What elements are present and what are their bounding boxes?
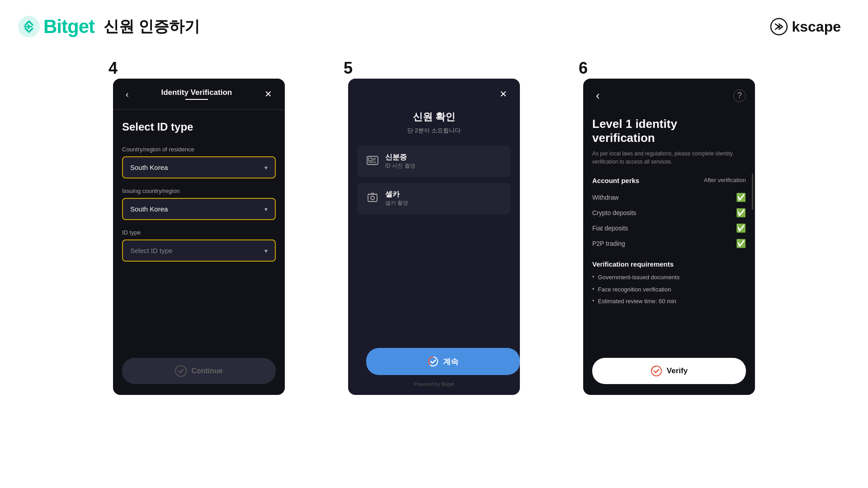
panel5-main-title: 신원 확인 bbox=[357, 110, 511, 124]
perks-section: Account perks After verification Withdra… bbox=[592, 177, 746, 251]
continue-label-5: 계속 bbox=[443, 357, 458, 367]
after-verification-label: After verification bbox=[704, 177, 746, 184]
panel4-body-title: Select ID type bbox=[122, 121, 276, 133]
panel4-container: 4 ‹ Identity Verification ✕ Select ID ty… bbox=[113, 59, 285, 395]
level-description: As per local laws and regulations, pleas… bbox=[592, 150, 746, 166]
country-label: Country/region of residence bbox=[122, 146, 276, 153]
option1-text: 신분증 ID 사진 촬영 bbox=[385, 153, 415, 170]
bitget-logo: Bitget bbox=[18, 16, 94, 38]
panel4-title: Identity Verification bbox=[132, 88, 261, 97]
panel-6: ‹ ? Level 1 identity verification As per… bbox=[583, 79, 755, 395]
svg-point-3 bbox=[175, 366, 186, 376]
verify-button[interactable]: Verify bbox=[592, 358, 746, 384]
continue-button-4[interactable]: Continue bbox=[122, 358, 276, 384]
back-button-4[interactable]: ‹ bbox=[122, 87, 132, 101]
perks-header: Account perks After verification bbox=[592, 177, 746, 184]
idtype-select[interactable]: Select ID type ▾ bbox=[122, 239, 276, 262]
continue-button-5[interactable]: 계속 bbox=[366, 348, 520, 375]
req-text-0: Government-issued documents bbox=[598, 273, 680, 282]
header-subtitle: 신원 인증하기 bbox=[104, 16, 200, 37]
panel6-header: ‹ ? bbox=[583, 79, 755, 113]
panel6-container: 6 ‹ ? Level 1 identity verification As p… bbox=[583, 59, 755, 395]
perk-crypto: Crypto deposits ✅ bbox=[592, 205, 746, 221]
idtype-label: ID type bbox=[122, 229, 276, 236]
verify-check-icon bbox=[651, 365, 662, 377]
panel5-container: 5 ✕ 신원 확인 단 2분이 소요됩니다 bbox=[348, 59, 520, 395]
scroll-indicator bbox=[752, 174, 753, 210]
kscape-logo: kscape bbox=[770, 18, 841, 36]
req-text-2: Estimated review time: 60 min bbox=[598, 297, 676, 305]
option2-text: 셀카 셀카 촬영 bbox=[385, 190, 408, 207]
req-item-1: • Face recognition verification bbox=[592, 286, 746, 294]
id-card-icon bbox=[366, 156, 379, 167]
back-button-6[interactable]: ‹ bbox=[592, 87, 604, 104]
issuing-label: Issuing country/region bbox=[122, 188, 276, 194]
svg-rect-5 bbox=[368, 158, 372, 161]
option-id-card[interactable]: 신분증 ID 사진 촬영 bbox=[357, 145, 511, 177]
requirements-section: Verification requirements • Government-i… bbox=[592, 260, 746, 305]
option1-subtitle: ID 사진 촬영 bbox=[385, 162, 415, 170]
continue-check-icon bbox=[175, 365, 187, 377]
country-chevron-icon: ▾ bbox=[264, 164, 268, 171]
bitget-icon bbox=[18, 16, 40, 38]
issuing-form-group: Issuing country/region South Korea ▾ bbox=[122, 188, 276, 220]
step-5-number: 5 bbox=[344, 59, 353, 78]
country-value: South Korea bbox=[130, 164, 168, 171]
continue-label-4: Continue bbox=[191, 367, 222, 375]
issuing-chevron-icon: ▾ bbox=[264, 206, 268, 213]
idtype-form-group: ID type Select ID type ▾ bbox=[122, 229, 276, 262]
help-button-6[interactable]: ? bbox=[733, 89, 746, 102]
option2-subtitle: 셀카 촬영 bbox=[385, 199, 408, 207]
perk-p2p-check: ✅ bbox=[736, 239, 746, 249]
perk-withdraw-check: ✅ bbox=[736, 192, 746, 202]
req-text-1: Face recognition verification bbox=[598, 286, 671, 294]
verify-label: Verify bbox=[667, 366, 688, 375]
svg-rect-9 bbox=[368, 194, 377, 202]
step-6-number: 6 bbox=[579, 59, 588, 78]
idtype-placeholder: Select ID type bbox=[130, 247, 172, 254]
option1-title: 신분증 bbox=[385, 153, 415, 162]
idtype-chevron-icon: ▾ bbox=[264, 247, 268, 254]
issuing-select[interactable]: South Korea ▾ bbox=[122, 198, 276, 220]
perk-p2p-name: P2P trading bbox=[592, 240, 625, 247]
req-item-0: • Government-issued documents bbox=[592, 273, 746, 282]
option-selfie-card[interactable]: 셀카 셀카 촬영 bbox=[357, 183, 511, 214]
perk-crypto-check: ✅ bbox=[736, 208, 746, 218]
perk-withdraw-name: Withdraw bbox=[592, 194, 618, 201]
step-4-number: 4 bbox=[108, 59, 118, 78]
country-form-group: Country/region of residence South Korea … bbox=[122, 146, 276, 178]
close-button-5[interactable]: ✕ bbox=[496, 87, 511, 101]
main-content: 4 ‹ Identity Verification ✕ Select ID ty… bbox=[0, 59, 868, 395]
bitget-brand-text: Bitget bbox=[43, 16, 94, 38]
level-title: Level 1 identity verification bbox=[592, 117, 746, 145]
svg-point-2 bbox=[778, 25, 780, 28]
continue-check-icon-5 bbox=[428, 356, 439, 367]
issuing-value: South Korea bbox=[130, 205, 168, 213]
panel5-title-area: 신원 확인 bbox=[348, 106, 520, 127]
panel4-body: Select ID type Country/region of residen… bbox=[113, 110, 285, 282]
perk-p2p: P2P trading ✅ bbox=[592, 236, 746, 251]
country-select[interactable]: South Korea ▾ bbox=[122, 156, 276, 178]
panel5-header: ✕ bbox=[348, 79, 520, 106]
req-bullet-1: • bbox=[592, 286, 594, 292]
perk-withdraw: Withdraw ✅ bbox=[592, 190, 746, 205]
panel4-header: ‹ Identity Verification ✕ bbox=[113, 79, 285, 110]
perk-fiat-check: ✅ bbox=[736, 223, 746, 233]
panel-5: ✕ 신원 확인 단 2분이 소요됩니다 bbox=[348, 79, 520, 395]
close-button-4[interactable]: ✕ bbox=[261, 87, 276, 101]
svg-point-10 bbox=[371, 196, 374, 200]
perks-title: Account perks bbox=[592, 177, 639, 184]
panel-4: ‹ Identity Verification ✕ Select ID type… bbox=[113, 79, 285, 395]
req-bullet-2: • bbox=[592, 297, 594, 304]
requirements-title: Verification requirements bbox=[592, 260, 746, 268]
panel6-body: Level 1 identity verification As per loc… bbox=[583, 113, 755, 329]
req-bullet-0: • bbox=[592, 273, 594, 280]
panel5-subtitle: 단 2분이 소요됩니다 bbox=[348, 127, 520, 135]
header: Bitget 신원 인증하기 kscape bbox=[0, 0, 868, 50]
perk-fiat-name: Fiat deposits bbox=[592, 225, 628, 232]
perk-crypto-name: Crypto deposits bbox=[592, 209, 636, 216]
powered-by-text: Powered by Bitget bbox=[348, 381, 520, 387]
logo-area: Bitget 신원 인증하기 bbox=[18, 16, 200, 38]
option2-title: 셀카 bbox=[385, 190, 408, 199]
req-item-2: • Estimated review time: 60 min bbox=[592, 297, 746, 305]
